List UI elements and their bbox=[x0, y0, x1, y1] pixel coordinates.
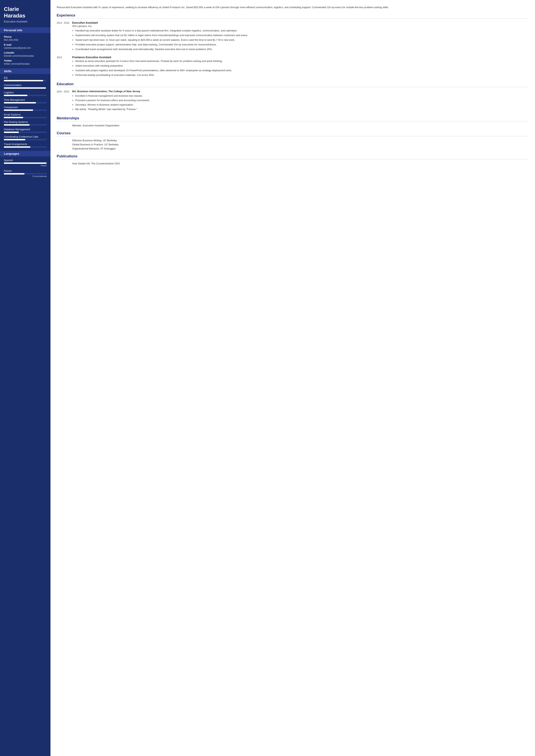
education-list: 2010 - 2013 BA, Business Administration,… bbox=[57, 90, 529, 112]
memberships-list: Member, Executive Assistant Organization bbox=[57, 124, 529, 127]
skill-bar-bg bbox=[4, 109, 46, 111]
languages-heading: Languages bbox=[0, 151, 50, 156]
skill-name: File-Sharing Systems bbox=[4, 121, 46, 124]
sidebar: Clarie Haradas Executive Assistant Perso… bbox=[0, 0, 50, 756]
skills-heading: Skills bbox=[0, 68, 50, 74]
course-item: Effective Business Writing, UC Berkeley bbox=[72, 139, 529, 142]
bullet-item: Secretary, Women in Business student org… bbox=[75, 103, 529, 107]
skill-item: Travel Arrangements bbox=[4, 143, 46, 148]
skill-name: Time Management bbox=[4, 98, 46, 101]
skill-bar-fill bbox=[4, 109, 33, 111]
bullet-item: Performed weekly proofreading of executi… bbox=[75, 73, 529, 77]
skill-name: Coordinating Conference Calls bbox=[4, 135, 46, 138]
language-item: Spanish Fluent bbox=[4, 159, 46, 167]
skill-bar-fill bbox=[4, 87, 46, 89]
bullet-item: Saved each top-level exec 11 hours per w… bbox=[75, 38, 529, 42]
publications-list: How Details Kill, The Counterintuitive C… bbox=[57, 162, 529, 165]
language-bar-fill bbox=[4, 162, 46, 164]
bullet-item: Excelled in financial management and bus… bbox=[75, 94, 529, 98]
bullet-item: Implemented call-recording system that c… bbox=[75, 33, 529, 37]
language-name: French bbox=[4, 169, 46, 172]
exp-jobtitle: Executive Assistant bbox=[72, 21, 529, 24]
skill-bar-fill bbox=[4, 80, 43, 81]
experience-entry: 2013 Freelance Executive Assistant Worke… bbox=[57, 56, 529, 78]
skill-item: Communication bbox=[4, 84, 46, 89]
skill-item: Logistics bbox=[4, 91, 46, 96]
skill-bar-fill bbox=[4, 95, 27, 96]
skill-item: Database Management bbox=[4, 128, 46, 133]
courses-heading: Courses bbox=[57, 131, 529, 136]
skill-name: Communication bbox=[4, 84, 46, 87]
skill-name: Email Systems bbox=[4, 113, 46, 116]
exp-bullets: Worked as temp executive assistant for 4… bbox=[72, 59, 529, 77]
memberships-heading: Memberships bbox=[57, 116, 529, 121]
exp-content: Executive Assistant ISN Lipmann, Inc. Ha… bbox=[72, 21, 529, 52]
bullet-item: Worked as temp executive assistant for 4… bbox=[75, 59, 529, 63]
personal-info-heading: Personal Info bbox=[0, 27, 50, 33]
language-bar-bg bbox=[4, 162, 46, 164]
skills-list: EQ Communication Logistics Time Manageme… bbox=[4, 76, 46, 148]
education-entry: 2010 - 2013 BA, Business Administration,… bbox=[57, 90, 529, 112]
exp-date: 2013 - 2018 bbox=[57, 21, 72, 52]
skill-bar-bg bbox=[4, 146, 46, 148]
skill-bar-fill bbox=[4, 146, 30, 148]
skill-item: Coordinating Conference Calls bbox=[4, 135, 46, 140]
edu-content: BA, Business Administration, The College… bbox=[72, 90, 529, 112]
candidate-title: Executive Assistant bbox=[4, 20, 46, 23]
experience-heading: Experience bbox=[57, 14, 529, 18]
education-section: Education 2010 - 2013 BA, Business Admin… bbox=[57, 82, 529, 112]
main-content: Resourceful Executive Assistant with 5+ … bbox=[50, 0, 535, 756]
skill-item: File-Sharing Systems bbox=[4, 121, 46, 126]
skill-name: EQ bbox=[4, 76, 46, 79]
skill-item: Email Systems bbox=[4, 113, 46, 118]
education-heading: Education bbox=[57, 82, 529, 87]
skill-item: Compassion bbox=[4, 106, 46, 111]
skill-bar-fill bbox=[4, 139, 25, 140]
publication-item: How Details Kill, The Counterintuitive C… bbox=[72, 162, 529, 165]
experience-section: Experience 2013 - 2018 Executive Assista… bbox=[57, 14, 529, 78]
contact-linkedin: LinkedIn linkedin.com/in/clarieharadas bbox=[4, 51, 46, 57]
skill-item: Time Management bbox=[4, 98, 46, 103]
skill-bar-bg bbox=[4, 139, 46, 140]
publications-section: Publications How Details Kill, The Count… bbox=[57, 154, 529, 165]
skill-bar-fill bbox=[4, 102, 36, 103]
bullet-item: Assisted with project logistics and deve… bbox=[75, 69, 529, 72]
candidate-name: Clarie Haradas bbox=[4, 6, 46, 19]
course-item: Global Business in Practice, UC Berkeley bbox=[72, 143, 529, 146]
exp-date: 2013 bbox=[57, 56, 72, 78]
exp-jobtitle: Freelance Executive Assistant bbox=[72, 56, 529, 59]
courses-list: Effective Business Writing, UC BerkeleyG… bbox=[57, 139, 529, 150]
skill-bar-fill bbox=[4, 117, 23, 118]
skill-name: Logistics bbox=[4, 91, 46, 94]
languages-list: Spanish Fluent French Conversational bbox=[4, 159, 46, 178]
contact-twitter: Twitter twitter.com/clarieharadas bbox=[4, 59, 46, 65]
skill-name: Travel Arrangements bbox=[4, 143, 46, 146]
skill-name: Compassion bbox=[4, 106, 46, 109]
skill-bar-fill bbox=[4, 131, 19, 133]
contact-phone: Phone 862-208-2592 bbox=[4, 35, 46, 42]
exp-bullets: Handled top executive assistant duties f… bbox=[72, 29, 529, 51]
bullet-item: My article, "Reading Minds" was reprinte… bbox=[75, 107, 529, 111]
bullet-item: Handled top executive assistant duties f… bbox=[75, 29, 529, 33]
experience-entry: 2013 - 2018 Executive Assistant ISN Lipm… bbox=[57, 21, 529, 52]
edu-degree: BA, Business Administration, The College… bbox=[72, 90, 529, 93]
exp-company: ISN Lipmann, Inc. bbox=[72, 25, 529, 28]
edu-date: 2010 - 2013 bbox=[57, 90, 72, 112]
bullet-item: Provided executive project support, admi… bbox=[75, 43, 529, 46]
bullet-item: Pursued a passion for business ethics an… bbox=[75, 98, 529, 102]
bullet-item: Coordinated travel arrangements both dom… bbox=[75, 47, 529, 51]
skill-name: Database Management bbox=[4, 128, 46, 131]
publications-heading: Publications bbox=[57, 154, 529, 159]
skill-bar-fill bbox=[4, 124, 30, 126]
skill-bar-bg bbox=[4, 102, 46, 103]
edu-bullets: Excelled in financial management and bus… bbox=[72, 94, 529, 111]
skill-bar-bg bbox=[4, 131, 46, 133]
skill-bar-bg bbox=[4, 124, 46, 126]
courses-section: Courses Effective Business Writing, UC B… bbox=[57, 131, 529, 150]
language-item: French Conversational bbox=[4, 169, 46, 178]
language-bar-bg bbox=[4, 173, 46, 175]
language-bar-fill bbox=[4, 173, 24, 175]
language-level: Fluent bbox=[4, 164, 46, 167]
skill-bar-bg bbox=[4, 117, 46, 118]
course-item: Organizational Behavior, IIT Kharagpur bbox=[72, 147, 529, 150]
